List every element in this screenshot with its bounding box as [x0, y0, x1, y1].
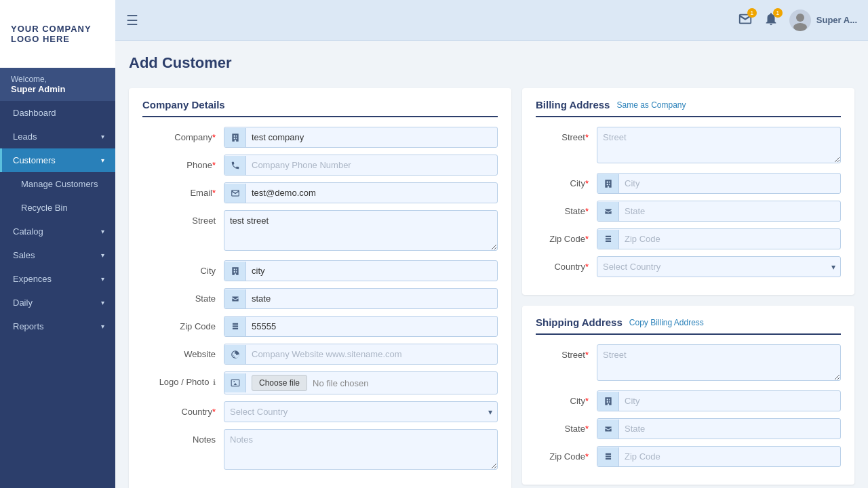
choose-file-button[interactable]: Choose file [252, 375, 307, 391]
billing-country-input-wrap: Select Country ▾ [597, 256, 841, 277]
billing-street-input[interactable] [597, 127, 841, 163]
zipcode-label: Zip Code [142, 316, 224, 331]
street-row: Street test street [142, 210, 498, 253]
logo-line2: LOGO HERE [11, 34, 104, 44]
shipping-city-row: City [536, 390, 841, 411]
shipping-street-input[interactable] [597, 344, 841, 381]
street-input[interactable]: test street [224, 210, 498, 251]
sidebar-item-customers[interactable]: Customers ▾ [0, 148, 115, 172]
phone-input[interactable] [246, 155, 497, 175]
phone-icon [231, 161, 240, 170]
billing-address-panel: Billing Address Same as Company Street C… [522, 88, 854, 295]
header-right: 1 1 Super A... [738, 9, 857, 31]
shipping-street-input-wrap [597, 344, 841, 384]
billing-street-input-wrap [597, 127, 841, 166]
country-select[interactable]: Select Country [224, 401, 498, 422]
shipping-zipcode-label: Zip Code [536, 446, 597, 462]
phone-label: Phone [142, 155, 224, 170]
email-row: Email [142, 182, 498, 203]
form-layout: Company Details Company Phone [129, 88, 854, 488]
copy-billing-address-link[interactable]: Copy Billing Address [629, 318, 704, 327]
billing-state-row: State [536, 201, 841, 222]
user-area[interactable]: Super A... [789, 9, 857, 31]
mail-icon-badge[interactable]: 1 [738, 12, 753, 29]
state-input[interactable] [246, 289, 497, 308]
city-input[interactable] [246, 261, 497, 281]
country-row: Country Select Country ▾ [142, 401, 498, 422]
chevron-down-icon: ▾ [101, 133, 104, 140]
chevron-down-icon: ▾ [101, 251, 104, 259]
billing-state-input[interactable] [619, 201, 840, 221]
website-input[interactable] [246, 344, 497, 364]
notes-input-wrap [224, 429, 498, 472]
shipping-state-icon-box [597, 420, 619, 439]
logo-row: Logo / Photo ℹ Choose file No file chose… [142, 371, 498, 394]
same-as-company-link[interactable]: Same as Company [616, 100, 686, 110]
shipping-city-input-container [597, 390, 841, 411]
email-input[interactable] [246, 183, 497, 203]
street-label: Street [142, 210, 224, 226]
billing-country-select[interactable]: Select Country [597, 256, 841, 277]
billing-street-label: Street [536, 127, 597, 142]
company-details-panel: Company Details Company Phone [129, 88, 511, 488]
company-input[interactable] [246, 127, 497, 147]
billing-city-icon [604, 179, 613, 188]
main-content: Add Customer Company Details Company [115, 41, 868, 488]
sidebar-item-leads[interactable]: Leads ▾ [0, 125, 115, 148]
sidebar-item-daily[interactable]: Daily ▾ [0, 291, 115, 314]
website-input-container [224, 344, 498, 365]
sidebar-item-catalog[interactable]: Catalog ▾ [0, 220, 115, 243]
shipping-state-input-wrap [597, 418, 841, 439]
sidebar-item-manage-customers[interactable]: Manage Customers [0, 172, 115, 196]
top-header: ☰ 1 1 Super A... [115, 0, 868, 41]
notes-input[interactable] [224, 429, 498, 470]
sidebar-item-expences[interactable]: Expences ▾ [0, 267, 115, 291]
sidebar-item-dashboard[interactable]: Dashboard [0, 101, 115, 125]
state-input-wrap [224, 288, 498, 309]
billing-address-title: Billing Address Same as Company [536, 99, 841, 117]
city-label: City [142, 260, 224, 276]
sidebar-item-sales[interactable]: Sales ▾ [0, 243, 115, 267]
shipping-city-label: City [536, 390, 597, 406]
sidebar-item-reports[interactable]: Reports ▾ [0, 314, 115, 338]
email-icon [231, 188, 240, 198]
hamburger-icon[interactable]: ☰ [126, 12, 138, 28]
logo-input-wrap: Choose file No file chosen [224, 371, 498, 394]
billing-zipcode-input[interactable] [619, 229, 840, 249]
billing-country-row: Country Select Country ▾ [536, 256, 841, 277]
shipping-state-icon [604, 424, 613, 434]
street-input-wrap: test street [224, 210, 498, 253]
shipping-city-icon [604, 396, 613, 406]
billing-country-label: Country [536, 256, 597, 272]
zipcode-input-container [224, 316, 498, 337]
bell-icon-badge[interactable]: 1 [764, 12, 778, 29]
billing-zipcode-icon [604, 235, 613, 244]
zipcode-icon-box [224, 317, 246, 336]
svg-point-1 [793, 23, 807, 31]
svg-point-0 [796, 14, 804, 22]
shipping-state-input[interactable] [619, 419, 840, 439]
billing-city-input-container [597, 173, 841, 194]
sidebar-item-recycle-bin[interactable]: Recycle Bin [0, 196, 115, 220]
billing-city-input[interactable] [619, 174, 840, 193]
zipcode-input[interactable] [246, 317, 497, 336]
shipping-zipcode-row: Zip Code [536, 446, 841, 467]
website-label: Website [142, 344, 224, 359]
shipping-street-row: Street [536, 344, 841, 384]
billing-zipcode-label: Zip Code [536, 228, 597, 244]
billing-zipcode-input-wrap [597, 228, 841, 249]
sidebar-nav: Dashboard Leads ▾ Customers ▾ Manage Cus… [0, 101, 115, 488]
globe-icon [231, 350, 240, 359]
chevron-down-icon: ▾ [101, 157, 104, 164]
state-row: State [142, 288, 498, 309]
shipping-zipcode-input[interactable] [619, 447, 840, 466]
shipping-city-input[interactable] [619, 391, 840, 411]
billing-city-icon-box [597, 174, 619, 193]
state-icon [231, 294, 240, 304]
globe-icon-box [224, 345, 246, 364]
company-input-container [224, 127, 498, 148]
state-label: State [142, 288, 224, 304]
right-panels: Billing Address Same as Company Street C… [522, 88, 854, 485]
shipping-zipcode-icon [604, 452, 613, 462]
file-input-container: Choose file No file chosen [224, 371, 498, 394]
